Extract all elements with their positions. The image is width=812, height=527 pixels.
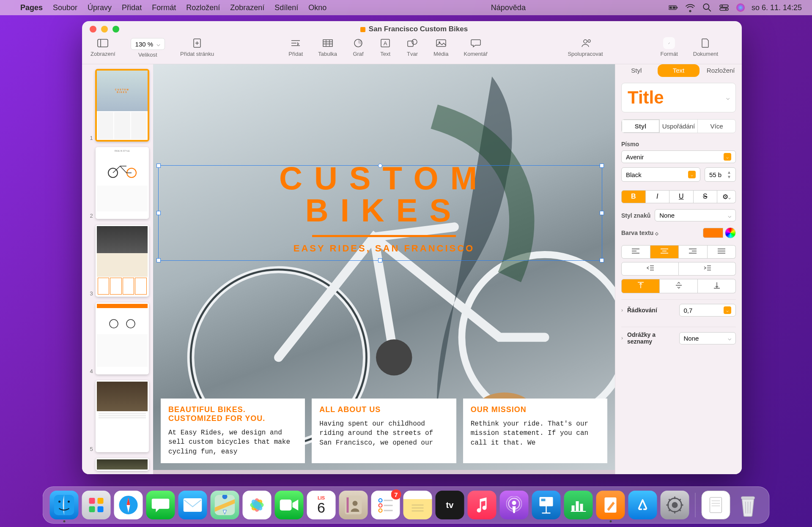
resize-handle-tl[interactable] (156, 164, 161, 168)
color-wheel-icon[interactable] (725, 227, 736, 238)
paragraph-style-picker[interactable]: Title ⌵ (621, 83, 736, 112)
resize-handle-br[interactable] (600, 258, 604, 262)
page-thumbnails[interactable]: 1CUSTOMBIKES 2RIDE IN STYLE 3 4 5 (82, 64, 153, 474)
app-name[interactable]: Pages (20, 3, 43, 12)
dock-contacts[interactable] (339, 491, 368, 519)
toolbar-view[interactable]: Zobrazení (91, 37, 115, 57)
dock-recent-doc[interactable] (702, 491, 730, 519)
battery-icon[interactable] (669, 3, 678, 12)
char-style-select[interactable]: None⌵ (655, 209, 736, 221)
close-button[interactable] (90, 26, 96, 33)
align-center-button[interactable] (650, 245, 679, 259)
subtab-style[interactable]: Styl (622, 120, 659, 133)
underline-button[interactable]: U (669, 190, 694, 203)
thumb-page-6[interactable] (96, 458, 149, 471)
dock-numbers[interactable] (564, 491, 593, 519)
line-spacing-select[interactable]: 0,7⌵ (679, 304, 736, 317)
menu-window[interactable]: Okno (308, 3, 326, 12)
tab-arrange[interactable]: Rozložení (700, 64, 742, 77)
dock-reminders[interactable]: 7 (371, 491, 400, 519)
dock-mail[interactable] (178, 491, 207, 519)
outdent-button[interactable] (621, 262, 679, 276)
dock-notes[interactable] (403, 491, 432, 519)
bullets-select[interactable]: None⌵ (679, 332, 736, 344)
tab-style[interactable]: Styl (615, 64, 658, 77)
toolbar-chart[interactable]: Graf (352, 37, 364, 57)
align-justify-button[interactable] (708, 245, 736, 259)
resize-handle-tr[interactable] (600, 164, 604, 168)
dock-music[interactable] (468, 491, 497, 519)
minimize-button[interactable] (101, 26, 108, 33)
dock-maps[interactable] (211, 491, 239, 519)
toolbar-collaborate[interactable]: Spolupracovat (568, 37, 603, 57)
toolbar-add-page[interactable]: Přidat stránku (180, 37, 214, 57)
toolbar-zoom[interactable]: 130 %⌵ Velikost (131, 37, 165, 58)
dock-calendar[interactable]: LIS 6 (307, 491, 336, 519)
valign-top-button[interactable] (621, 279, 660, 293)
dock-pages[interactable] (596, 491, 625, 519)
canvas[interactable]: CUSTOM BIKES EASY RIDES, SAN FRANCISCO (153, 64, 615, 474)
dock-podcasts[interactable] (500, 491, 529, 519)
font-weight-select[interactable]: Black⌵ (621, 167, 700, 182)
toolbar-insert[interactable]: Přidat (288, 37, 303, 57)
document-page[interactable]: CUSTOM BIKES EASY RIDES, SAN FRANCISCO (153, 64, 615, 470)
subtab-more[interactable]: Více (697, 120, 735, 133)
dock-launchpad[interactable] (82, 491, 111, 519)
resize-handle-bl[interactable] (156, 258, 161, 262)
dock-facetime[interactable] (275, 491, 304, 519)
text-color-control[interactable] (703, 227, 736, 238)
strikethrough-button[interactable]: S (694, 190, 718, 203)
dock-messages[interactable] (146, 491, 175, 519)
line-spacing-row[interactable]: › Řádkování 0,7⌵ (621, 299, 736, 321)
menu-edit[interactable]: Úpravy (88, 3, 112, 12)
toolbar-document[interactable]: Dokument (693, 37, 718, 57)
column-1[interactable]: BEAUTIFUL BIKES.CUSTOMIZED FOR YOU. At E… (161, 399, 305, 463)
thumb-page-1[interactable]: CUSTOMBIKES (96, 69, 149, 141)
color-swatch[interactable] (703, 228, 723, 238)
valign-bottom-button[interactable] (698, 279, 736, 293)
font-size-stepper[interactable]: 55 b▲▼ (705, 167, 736, 182)
tab-text[interactable]: Text (658, 64, 700, 77)
toolbar-table[interactable]: Tabulka (318, 37, 337, 57)
menu-help[interactable]: Nápověda (491, 3, 526, 12)
dock-trash[interactable] (734, 491, 763, 519)
toolbar-shape[interactable]: Tvar (406, 37, 418, 57)
align-right-button[interactable] (679, 245, 708, 259)
siri-icon[interactable] (736, 3, 745, 12)
control-center-icon[interactable] (719, 3, 729, 12)
dock-appstore[interactable] (628, 491, 657, 519)
menu-view[interactable]: Zobrazení (230, 3, 264, 12)
dock-settings[interactable] (661, 491, 689, 519)
resize-handle-tm[interactable] (378, 164, 382, 168)
menu-share[interactable]: Sdílení (274, 3, 298, 12)
menu-format[interactable]: Formát (152, 3, 176, 12)
toolbar-comment[interactable]: Komentář (464, 37, 488, 57)
zoom-button[interactable] (112, 26, 119, 33)
align-left-button[interactable] (621, 245, 650, 259)
dock-photos[interactable] (243, 491, 272, 519)
resize-handle-bm[interactable] (378, 258, 382, 262)
dock-finder[interactable] (50, 491, 79, 519)
wifi-icon[interactable] (686, 3, 695, 12)
advanced-options-button[interactable]: ⚙︎⌵ (717, 190, 736, 203)
menu-insert[interactable]: Přidat (122, 3, 142, 12)
toolbar-format[interactable]: Formát (661, 37, 678, 57)
menubar-clock[interactable]: so 6. 11. 14:25 (752, 3, 802, 12)
column-3[interactable]: OUR MISSION Rethink your ride. That's ou… (463, 399, 607, 463)
subtab-layout[interactable]: Uspořádání (659, 120, 697, 133)
column-2[interactable]: ALL ABOUT US Having spent our childhood … (312, 399, 456, 463)
menu-file[interactable]: Soubor (53, 3, 77, 12)
dock-keynote[interactable] (532, 491, 561, 519)
spotlight-icon[interactable] (702, 3, 712, 12)
resize-handle-ml[interactable] (156, 211, 161, 215)
valign-middle-button[interactable] (660, 279, 698, 293)
resize-handle-mr[interactable] (600, 211, 604, 215)
toolbar-text[interactable]: A Text (379, 37, 391, 57)
thumb-page-3[interactable] (96, 225, 149, 297)
italic-button[interactable]: I (646, 190, 670, 203)
dock-safari[interactable] (114, 491, 143, 519)
thumb-page-2[interactable]: RIDE IN STYLE (96, 147, 149, 219)
dock-tv[interactable]: tv (436, 491, 464, 519)
thumb-page-5[interactable] (96, 380, 149, 452)
menu-arrange[interactable]: Rozložení (186, 3, 220, 12)
